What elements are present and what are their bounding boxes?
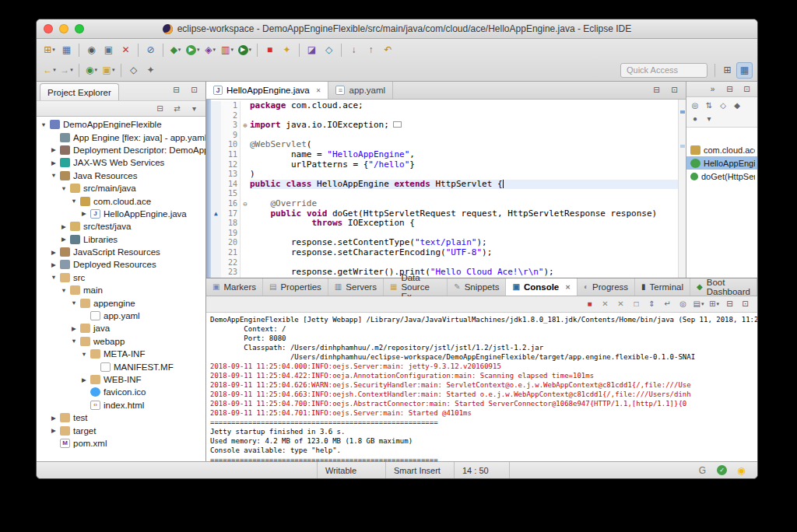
code-text[interactable]	[250, 111, 678, 121]
sort-outline-icon[interactable]: ⇅	[702, 99, 716, 112]
tree-expand-arrow-icon[interactable]: ▶	[49, 415, 58, 422]
tree-item-deployment-descriptor-demoappengineflexible[interactable]: ▶Deployment Descriptor: DemoAppEngineFle…	[37, 144, 205, 156]
dropdown-arrow-icon[interactable]: ▾	[112, 67, 115, 73]
tree-item-java-resources[interactable]: ▼Java Resources	[37, 170, 205, 182]
debug-icon[interactable]: ◆▾	[167, 42, 184, 58]
run-icon[interactable]: ▶▾	[184, 42, 202, 58]
code-text[interactable]: response.getWriter().print("Hello Cloud …	[250, 268, 678, 278]
tree-expand-arrow-icon[interactable]: ▼	[49, 172, 58, 179]
tree-item-src-test-java[interactable]: ▶src/test/java	[37, 220, 205, 233]
code-text[interactable]: public class HelloAppEngine extends Http…	[250, 180, 678, 190]
new-servlet-icon[interactable]: ◪	[304, 42, 320, 58]
tree-item-jax-ws-web-services[interactable]: ▶JAX-WS Web Services	[37, 156, 205, 169]
tree-item-app-yaml[interactable]: app.yaml	[37, 310, 205, 322]
code-text[interactable]	[250, 189, 678, 199]
tree-expand-arrow-icon[interactable]: ▼	[69, 198, 79, 205]
tab-helloappengine-java[interactable]: JHelloAppEngine.java✕	[206, 82, 328, 99]
hide-static-members-icon[interactable]: ◆	[730, 99, 744, 112]
minimize-explorer-icon[interactable]: ⊟	[168, 82, 184, 98]
tree-expand-arrow-icon[interactable]: ▶	[49, 261, 58, 268]
tree-expand-arrow-icon[interactable]: ▼	[69, 299, 79, 306]
tree-item-target[interactable]: ▶target	[37, 424, 205, 436]
tree-expand-arrow-icon[interactable]: ▼	[59, 185, 68, 192]
java-ee-perspective-icon[interactable]: ▦	[736, 62, 753, 79]
code-line-9[interactable]: 9	[211, 131, 678, 141]
code-text[interactable]: response.setCharacterEncoding("UTF-8");	[250, 248, 678, 258]
hide-non-public-icon[interactable]: ●	[688, 112, 702, 125]
tree-item-app-engine-flex-java-app-yaml[interactable]: App Engine [flex: java] - app.yaml	[37, 131, 205, 143]
tree-item-helloappengine-java[interactable]: ▶HelloAppEngine.java	[37, 208, 205, 220]
code-text[interactable]: response.setContentType("text/plain");	[250, 238, 678, 248]
tab-boot-dashboard[interactable]: ◆Boot Dashboard	[690, 278, 757, 296]
code-line-18[interactable]: 18 throws IOException {	[211, 219, 678, 229]
previous-annotation-icon[interactable]: ↑	[363, 42, 379, 58]
tree-item-libraries[interactable]: ▶Libraries	[37, 233, 205, 246]
next-annotation-icon[interactable]: ↓	[346, 42, 362, 58]
console-output[interactable]: DemoAppEngineFlexible [Jetty Webapp] /Li…	[206, 313, 757, 461]
dropdown-arrow-icon[interactable]: ▾	[230, 47, 233, 53]
code-text[interactable]: throws IOException {	[250, 219, 678, 229]
dropdown-arrow-icon[interactable]: ▾	[70, 67, 73, 73]
title-bar[interactable]: eclipse-workspace - DemoAppEngineFlexibl…	[37, 19, 757, 39]
code-text[interactable]: @WebServlet(	[250, 140, 678, 150]
run-external-tools-icon[interactable]: ▶▾	[237, 42, 254, 58]
code-text[interactable]: name = "HelloAppEngine",	[250, 150, 678, 160]
close-tab-icon[interactable]: ✕	[565, 284, 571, 291]
folded-region-icon[interactable]	[393, 121, 402, 128]
tab-markers[interactable]: ▣Markers	[206, 278, 263, 296]
code-editor[interactable]: 1package com.cloud.ace;23⊕import java.io…	[206, 100, 686, 278]
quick-access-input[interactable]: Quick Access	[620, 63, 707, 78]
code-text[interactable]: import java.io.IOException;	[250, 121, 678, 131]
back-history-icon[interactable]: ←▾	[41, 62, 58, 79]
code-line-21[interactable]: 21 response.setCharacterEncoding("UTF-8"…	[211, 248, 678, 258]
code-line-14[interactable]: 14public class HelloAppEngine extends Ht…	[211, 180, 678, 190]
code-line-20[interactable]: 20 response.setContentType("text/plain")…	[211, 238, 678, 248]
code-line-17[interactable]: ▲17 public void doGet(HttpServletRequest…	[211, 209, 678, 219]
save-icon[interactable]: ▦	[58, 42, 75, 58]
explorer-view-menu-icon[interactable]: ▾	[186, 100, 202, 117]
new-web-service-icon[interactable]: ◇	[321, 42, 337, 58]
tree-expand-arrow-icon[interactable]: ▼	[69, 338, 79, 345]
remove-launch-icon[interactable]: ✕	[598, 298, 613, 311]
code-line-1[interactable]: 1package com.cloud.ace;	[211, 101, 678, 111]
tree-item-meta-inf[interactable]: ▼META-INF	[37, 348, 205, 360]
code-line-22[interactable]: 22	[211, 258, 678, 268]
tree-expand-arrow-icon[interactable]: ▶	[49, 146, 58, 153]
tree-expand-arrow-icon[interactable]: ▶	[49, 249, 58, 256]
tree-item-manifest-mf[interactable]: MANIFEST.MF	[37, 360, 205, 373]
code-text[interactable]: public void doGet(HttpServletRequest req…	[250, 209, 678, 219]
remove-all-terminated-icon[interactable]: ✕	[613, 298, 628, 311]
project-explorer-tab[interactable]: Project Explorer	[40, 83, 119, 100]
code-lines[interactable]: 1package com.cloud.ace;23⊕import java.io…	[211, 100, 678, 278]
tree-expand-arrow-icon[interactable]: ▶	[59, 236, 68, 243]
close-tab-icon[interactable]: ✕	[316, 87, 321, 94]
link-with-editor-icon[interactable]: ⇄	[169, 100, 185, 117]
open-console-icon[interactable]: ⊞▾	[707, 298, 722, 311]
dropdown-arrow-icon[interactable]: ▾	[53, 67, 56, 73]
tree-expand-arrow-icon[interactable]: ▼	[39, 121, 48, 128]
maximize-outline-icon[interactable]: ⊡	[739, 81, 755, 97]
code-line-15[interactable]: 15	[211, 189, 678, 199]
tree-item-main[interactable]: ▼main	[37, 284, 205, 296]
outline-item-helloappengine[interactable]: HelloAppEngine	[686, 156, 757, 170]
code-line-23[interactable]: 23 response.getWriter().print("Hello Clo…	[211, 268, 678, 278]
tree-item-javascript-resources[interactable]: ▶JavaScript Resources	[37, 246, 205, 258]
overview-ruler[interactable]	[678, 100, 686, 278]
tree-item-deployed-resources[interactable]: ▶Deployed Resources	[37, 258, 205, 271]
minimize-editor-icon[interactable]: ⊟	[648, 82, 665, 99]
outline-view-menu-icon[interactable]: ▾	[702, 112, 716, 125]
cloud-console-icon[interactable]: ▣	[100, 42, 117, 58]
tree-expand-arrow-icon[interactable]: ▼	[59, 287, 68, 294]
fold-collapse-icon[interactable]: ⊖	[240, 199, 250, 209]
code-line-2[interactable]: 2	[211, 111, 678, 121]
dropdown-arrow-icon[interactable]: ▾	[197, 47, 200, 53]
tree-expand-arrow-icon[interactable]: ▶	[79, 210, 89, 217]
search-icon[interactable]: ✦	[279, 42, 295, 58]
tree-item-appengine[interactable]: ▼appengine	[37, 296, 205, 309]
tree-item-demoappengineflexible[interactable]: ▼DemoAppEngineFlexible	[37, 118, 205, 131]
coverage-icon[interactable]: ▥▾	[219, 42, 236, 58]
code-text[interactable]	[250, 258, 678, 268]
code-text[interactable]	[250, 229, 678, 239]
api-baseline-icon[interactable]: G	[694, 462, 711, 478]
word-wrap-icon[interactable]: ↵	[660, 298, 675, 311]
